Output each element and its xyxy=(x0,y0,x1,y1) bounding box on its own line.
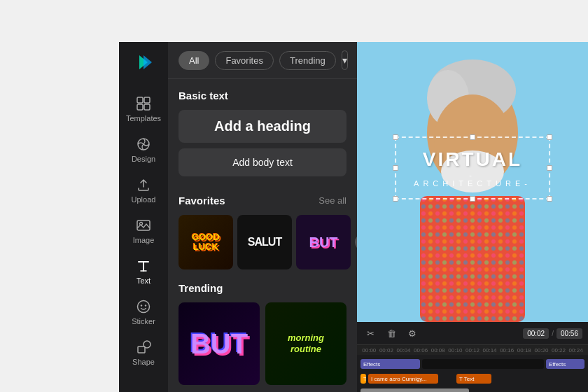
templates-label: Templates xyxy=(126,114,161,122)
tab-favorites[interactable]: Favorites xyxy=(215,51,273,70)
ruler-mark: 00:00 xyxy=(360,347,378,354)
trending-header: Trending xyxy=(178,282,346,294)
ruler-mark: 00:04 xyxy=(395,347,412,354)
architecture-text: -ARCHITECTURE- xyxy=(414,171,531,188)
background-photo: VIRTUAL -ARCHITECTURE- xyxy=(357,42,588,322)
svg-rect-1 xyxy=(144,97,150,103)
scissors-icon[interactable]: ✂ xyxy=(363,326,378,341)
sticker-salut[interactable]: SALUT xyxy=(237,215,292,270)
sticker-but[interactable]: BUT xyxy=(296,215,351,270)
sidebar: Templates Design Upload Image xyxy=(119,42,168,392)
trending-morning-routine[interactable]: morningroutine xyxy=(265,302,346,385)
favorites-header: Favorites See all xyxy=(178,195,346,206)
ruler-mark: 00:08 xyxy=(429,347,447,354)
trending-title: Trending xyxy=(178,282,223,294)
upload-icon xyxy=(136,177,151,192)
svg-point-11 xyxy=(144,341,150,348)
ruler-marks-container: 00:00 00:02 00:04 00:06 00:08 00:10 00:1… xyxy=(360,347,584,354)
favorites-next-button[interactable]: › xyxy=(355,234,357,251)
good-luck-text: GOODLUCK xyxy=(192,232,220,253)
svg-point-9 xyxy=(145,304,146,306)
salut-text: SALUT xyxy=(248,236,281,248)
ruler-mark: 00:22 xyxy=(550,347,568,354)
favorites-title: Favorites xyxy=(178,195,225,206)
text-clip1[interactable]: I came acro Cunnigy... xyxy=(368,374,438,384)
shape-label: Shape xyxy=(132,358,155,366)
text-panel: All Favorites Trending ▾ Basic text Add … xyxy=(168,42,357,392)
sidebar-item-upload[interactable]: Upload xyxy=(119,170,168,211)
tabs-more-button[interactable]: ▾ xyxy=(342,50,348,70)
handle-bl[interactable] xyxy=(393,196,398,202)
sticker-good-luck[interactable]: GOODLUCK xyxy=(178,215,233,270)
basic-text-title: Basic text xyxy=(178,90,346,102)
video-clip[interactable] xyxy=(360,388,469,392)
sidebar-item-text[interactable]: Text xyxy=(119,251,168,292)
video-track xyxy=(360,387,584,392)
tab-all[interactable]: All xyxy=(178,51,209,70)
trending-grid: BUT morningroutine xyxy=(178,302,346,385)
upload-label: Upload xyxy=(132,195,156,204)
handle-lm[interactable] xyxy=(393,165,398,171)
canvas-text-overlay[interactable]: VIRTUAL -ARCHITECTURE- xyxy=(395,136,550,200)
svg-point-8 xyxy=(141,304,142,306)
t-icon: T xyxy=(360,374,366,384)
ruler-mark: 00:10 xyxy=(447,347,464,354)
text-label: Text xyxy=(136,276,150,285)
add-body-text-button[interactable]: Add body text xyxy=(178,148,346,176)
text-clip2[interactable]: T Text xyxy=(456,374,491,384)
trending-morning-text: morningroutine xyxy=(288,332,324,354)
panel-content: Basic text Add a heading Add body text F… xyxy=(168,79,357,391)
see-all-button[interactable]: See all xyxy=(318,195,346,206)
handle-tm[interactable] xyxy=(470,134,475,140)
app-logo[interactable] xyxy=(134,52,153,75)
total-time: 00:56 xyxy=(556,328,582,339)
current-time: 00:02 xyxy=(523,328,549,339)
shape-icon xyxy=(136,340,151,355)
timeline-toolbar: ✂ 🗑 ⚙ 00:02 / 00:56 xyxy=(357,322,588,345)
ruler-mark: 00:16 xyxy=(498,347,516,354)
sidebar-item-shape[interactable]: Shape xyxy=(119,332,168,373)
effects-empty xyxy=(422,359,544,369)
templates-icon xyxy=(136,96,151,111)
sidebar-item-templates[interactable]: Templates xyxy=(119,89,168,130)
ruler-mark: 00:20 xyxy=(533,347,550,354)
handle-br[interactable] xyxy=(547,196,552,202)
canvas-area[interactable]: VIRTUAL -ARCHITECTURE- xyxy=(357,42,588,322)
svg-rect-3 xyxy=(144,104,150,110)
svg-point-7 xyxy=(138,301,150,313)
effects-clip[interactable]: Effects xyxy=(360,359,420,369)
trending-but-text: BUT xyxy=(190,328,248,360)
effects-track: Effects Effects xyxy=(360,358,584,370)
sticker-label: Sticker xyxy=(132,317,155,326)
handle-tl[interactable] xyxy=(393,134,398,140)
handle-rm[interactable] xyxy=(547,165,552,171)
svg-rect-0 xyxy=(137,97,143,103)
add-heading-button[interactable]: Add a heading xyxy=(178,110,346,143)
app-container: Templates Design Upload Image xyxy=(0,0,588,392)
text-track: T I came acro Cunnigy... T Text xyxy=(360,372,584,385)
sticker-icon xyxy=(136,299,151,314)
trending-but[interactable]: BUT xyxy=(178,302,260,385)
image-icon xyxy=(136,218,151,233)
tab-trending[interactable]: Trending xyxy=(279,51,336,70)
but-text: BUT xyxy=(309,234,337,251)
design-label: Design xyxy=(132,155,155,163)
ruler-mark: 00:06 xyxy=(412,347,430,354)
handle-tr[interactable] xyxy=(547,134,552,140)
virtual-text: VIRTUAL xyxy=(414,148,531,171)
sidebar-item-image[interactable]: Image xyxy=(119,211,168,251)
sidebar-item-sticker[interactable]: Sticker xyxy=(119,292,168,332)
sidebar-item-design[interactable]: Design xyxy=(119,130,168,170)
design-icon xyxy=(136,136,151,152)
favorites-grid: GOODLUCK SALUT BUT › xyxy=(178,215,346,270)
effects-clip2[interactable]: Effects xyxy=(546,359,584,369)
trash-icon[interactable]: 🗑 xyxy=(384,326,399,341)
timeline-tracks: Effects Effects T I came acro Cunnigy...… xyxy=(357,355,588,392)
time-display: 00:02 / 00:56 xyxy=(523,328,582,339)
svg-rect-19 xyxy=(420,196,525,322)
settings-icon[interactable]: ⚙ xyxy=(405,326,420,341)
svg-rect-10 xyxy=(138,346,145,353)
handle-bm[interactable] xyxy=(470,196,475,202)
text-icon xyxy=(136,258,151,274)
ruler-mark: 00:24 xyxy=(567,347,584,354)
